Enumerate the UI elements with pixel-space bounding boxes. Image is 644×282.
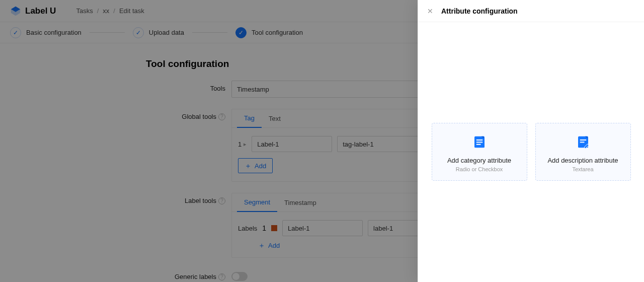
card-title: Add description attribute: [541, 157, 625, 164]
svg-rect-1: [476, 139, 482, 140]
svg-rect-2: [476, 142, 482, 143]
card-subtitle: Radio or Checkbox: [437, 166, 522, 172]
form-list-icon: [472, 134, 487, 150]
card-subtitle: Textarea: [541, 166, 625, 172]
svg-rect-6: [580, 142, 584, 143]
form-edit-icon: [576, 134, 591, 150]
svg-rect-3: [476, 144, 480, 145]
add-category-attribute-card[interactable]: Add category attribute Radio or Checkbox: [432, 123, 527, 181]
add-description-attribute-card[interactable]: Add description attribute Textarea: [535, 123, 631, 181]
svg-rect-5: [580, 139, 586, 140]
close-icon[interactable]: ✕: [427, 8, 433, 15]
drawer-title: Attribute configuration: [441, 7, 518, 15]
attribute-config-drawer: ✕ Attribute configuration Add category a…: [418, 0, 644, 282]
card-title: Add category attribute: [437, 157, 522, 164]
